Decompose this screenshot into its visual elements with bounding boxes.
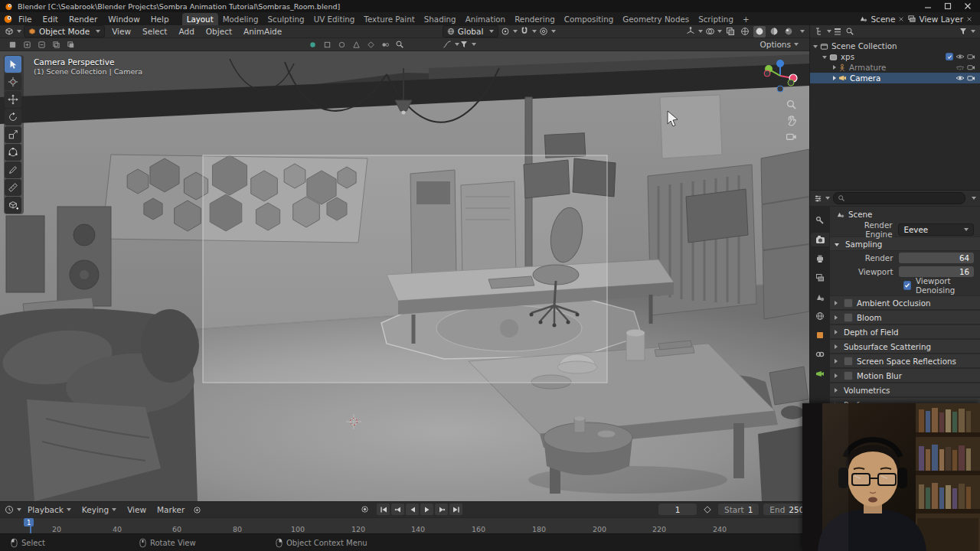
section-volumetrics[interactable]: Volumetrics <box>830 383 980 397</box>
select-mode-set-icon[interactable] <box>6 39 18 51</box>
editor-type-3d-viewport-icon[interactable] <box>5 26 21 37</box>
timeline-menu-marker[interactable]: Marker <box>152 505 189 514</box>
bloom-checkbox[interactable] <box>844 313 853 322</box>
pan-hand-icon[interactable] <box>786 115 797 126</box>
outliner-row-armature[interactable]: Armature <box>810 62 980 73</box>
toggle-xray-icon[interactable] <box>724 26 737 37</box>
menu-help[interactable]: Help <box>145 12 175 25</box>
properties-search-field[interactable] <box>833 192 965 204</box>
show-gizmo-icon[interactable] <box>686 26 703 37</box>
add-workspace-button[interactable]: + <box>738 13 754 25</box>
section-ambient-occlusion[interactable]: Ambient Occlusion <box>830 295 980 310</box>
menu-edit[interactable]: Edit <box>38 12 64 25</box>
menu-window[interactable]: Window <box>103 12 145 25</box>
app-menu-icon[interactable] <box>3 14 13 24</box>
play-reverse-button[interactable] <box>406 504 419 515</box>
play-button[interactable] <box>420 504 433 515</box>
workspace-tab-texture-paint[interactable]: Texture Paint <box>359 13 419 25</box>
tool-select-box[interactable] <box>5 56 21 73</box>
viewport-menu-select[interactable]: Select <box>138 27 172 36</box>
camera-view-icon[interactable] <box>786 131 797 142</box>
filter-dropdown-icon[interactable] <box>459 39 476 51</box>
outliner-display-mode-icon[interactable] <box>831 26 844 37</box>
tab-object[interactable] <box>811 328 829 342</box>
mode-dropdown[interactable]: Object Mode <box>24 25 105 37</box>
keying-set-icon[interactable] <box>191 504 203 516</box>
shading-material-icon[interactable] <box>768 26 780 37</box>
close-button[interactable] <box>963 2 972 11</box>
tool-measure[interactable] <box>5 179 21 196</box>
collection-exclude-checkbox[interactable] <box>946 53 953 60</box>
select-mode-difference-icon[interactable] <box>50 39 62 51</box>
outliner-search-icon[interactable] <box>844 26 856 37</box>
workspace-tab-shading[interactable]: Shading <box>420 13 461 25</box>
outliner-filter-icon[interactable] <box>959 26 975 37</box>
hide-eye-icon[interactable] <box>956 64 965 71</box>
workspace-tab-layout[interactable]: Layout <box>182 13 218 25</box>
workspace-tab-modeling[interactable]: Modeling <box>218 13 263 25</box>
section-bloom[interactable]: Bloom <box>830 310 980 324</box>
tool-scale[interactable] <box>5 126 21 143</box>
falloff-dropdown-icon[interactable] <box>443 39 459 51</box>
viewport-denoising-checkbox[interactable] <box>903 281 911 290</box>
transform-orientation-dropdown[interactable]: Global <box>443 25 499 37</box>
tool-rotate[interactable] <box>5 109 21 126</box>
tab-view-layer[interactable] <box>811 271 829 285</box>
sampling-render-field[interactable]: 64 <box>899 253 974 263</box>
snap-target-icon-3[interactable] <box>335 39 348 51</box>
snap-magnet-icon[interactable] <box>520 26 537 37</box>
options-menu[interactable]: Options <box>755 40 803 49</box>
workspace-tab-compositing[interactable]: Compositing <box>560 13 619 25</box>
properties-options-chevron[interactable] <box>972 197 976 200</box>
tab-camera-data[interactable] <box>811 367 829 380</box>
tool-transform[interactable] <box>5 144 21 161</box>
disable-render-icon[interactable] <box>967 53 975 60</box>
shading-wireframe-icon[interactable] <box>739 26 751 37</box>
shading-solid-icon[interactable] <box>753 26 766 37</box>
section-depth-of-field[interactable]: Depth of Field <box>830 324 980 339</box>
tab-tool[interactable] <box>811 214 829 227</box>
disable-render-icon[interactable] <box>967 74 975 82</box>
section-sampling[interactable]: Sampling <box>830 236 980 251</box>
tab-render[interactable] <box>811 233 829 246</box>
tab-output[interactable] <box>811 252 829 266</box>
snap-target-icon-2[interactable] <box>321 39 333 51</box>
viewport-menu-view[interactable]: View <box>107 27 136 36</box>
section-motion-blur[interactable]: Motion Blur <box>830 368 980 383</box>
workspace-tab-geometry-nodes[interactable]: Geometry Nodes <box>618 13 694 25</box>
maximize-button[interactable] <box>943 2 952 11</box>
viewport-menu-add[interactable]: Add <box>174 27 198 36</box>
timeline-menu-keying[interactable]: Keying <box>77 505 121 514</box>
snap-target-icon-6[interactable] <box>379 39 391 51</box>
hide-eye-icon[interactable] <box>956 74 965 82</box>
zoom-icon[interactable] <box>786 99 797 110</box>
outliner-row-camera[interactable]: Camera <box>810 73 980 83</box>
menu-file[interactable]: File <box>13 12 38 25</box>
snap-target-icon-1[interactable] <box>306 39 318 51</box>
tool-annotate[interactable] <box>5 161 21 178</box>
timeline-menu-playback[interactable]: Playback <box>23 505 76 514</box>
menu-render[interactable]: Render <box>64 12 103 25</box>
timeline-ruler[interactable]: 20 40 60 80 100 120 140 160 180 200 220 … <box>0 517 809 535</box>
workspace-tab-uv-editing[interactable]: UV Editing <box>309 13 360 25</box>
navigation-gizmo[interactable] <box>762 57 799 94</box>
workspace-tab-sculpting[interactable]: Sculpting <box>263 13 309 25</box>
ssr-checkbox[interactable] <box>844 357 853 366</box>
show-overlays-icon[interactable] <box>705 26 722 37</box>
outliner-row-scene-collection[interactable]: Scene Collection <box>810 41 980 51</box>
jump-prev-keyframe-button[interactable] <box>391 504 404 515</box>
editor-type-properties-icon[interactable] <box>814 193 830 204</box>
minimize-button[interactable] <box>923 2 933 11</box>
sampling-viewport-field[interactable]: 16 <box>899 266 974 277</box>
scene-selector[interactable]: Scene <box>871 15 895 24</box>
workspace-tab-scripting[interactable]: Scripting <box>694 13 738 25</box>
outliner-row-xps[interactable]: xps <box>810 51 980 62</box>
disable-render-icon[interactable] <box>967 64 975 71</box>
workspace-tab-rendering[interactable]: Rendering <box>510 13 560 25</box>
view-layer-selector[interactable]: View Layer <box>919 15 963 24</box>
viewport-menu-object[interactable]: Object <box>201 27 237 36</box>
jump-next-keyframe-button[interactable] <box>435 504 448 515</box>
keyframe-insert-icon[interactable] <box>701 504 714 515</box>
jump-to-start-button[interactable] <box>377 504 390 515</box>
editor-type-timeline-icon[interactable] <box>5 504 21 516</box>
